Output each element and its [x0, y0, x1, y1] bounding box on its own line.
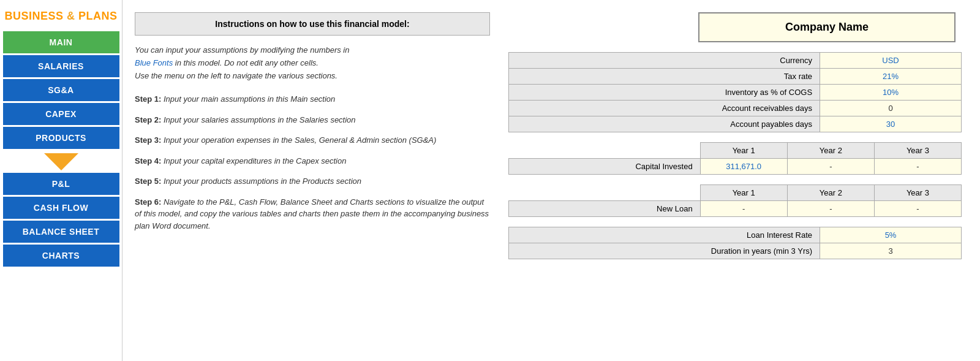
sidebar-item-capex[interactable]: CAPEX: [3, 103, 119, 125]
step-3-text: Input your operation expenses in the Sal…: [164, 135, 436, 145]
step-5-block: Step 5: Input your products assumptions …: [135, 175, 490, 188]
capital-invested-label: Capital Invested: [509, 159, 701, 175]
sidebar-item-charts[interactable]: CHARTS: [3, 245, 119, 267]
company-name-box[interactable]: Company Name: [698, 12, 956, 42]
ap-days-label: Account payables days: [509, 116, 820, 132]
step-3-label: Step 3:: [135, 135, 161, 145]
instructions-line3: Use the menu on the left to navigate the…: [135, 71, 337, 80]
new-loan-y1[interactable]: -: [700, 201, 787, 217]
loan-duration-label: Duration in years (min 3 Yrs): [509, 243, 820, 259]
sidebar-item-cashflow[interactable]: CASH FLOW: [3, 197, 119, 219]
step-3-block: Step 3: Input your operation expenses in…: [135, 134, 490, 146]
instructions-line1: You can input your assumptions by modify…: [135, 45, 349, 55]
step-4-block: Step 4: Input your capital expenditures …: [135, 155, 490, 167]
ar-days-value[interactable]: 0: [820, 101, 962, 116]
step-6-text: Navigate to the P&L, Cash Flow, Balance …: [135, 197, 489, 230]
settings-table: Currency USD Tax rate 21% Inventory as %…: [508, 52, 962, 132]
table-header-row: Year 1 Year 2 Year 3: [509, 143, 962, 159]
sidebar-item-pl[interactable]: P&L: [3, 173, 119, 195]
step-5-label: Step 5:: [135, 177, 161, 186]
capital-empty-header: [509, 143, 701, 159]
capital-invested-y1[interactable]: 311,671.0: [700, 159, 787, 175]
table-row: Tax rate 21%: [509, 69, 962, 85]
logo-text: BUSINESS & PLANS: [4, 10, 117, 22]
step-6-block: Step 6: Navigate to the P&L, Cash Flow, …: [135, 196, 490, 232]
capital-invested-y3[interactable]: -: [874, 159, 961, 175]
sidebar-item-balancesheet[interactable]: BALANCE SHEET: [3, 221, 119, 243]
logo-ampersand: &: [67, 10, 75, 22]
loan-year3-header: Year 3: [874, 185, 961, 201]
inventory-label: Inventory as % of COGS: [509, 85, 820, 101]
right-panel: Company Name Currency USD Tax rate 21% I…: [508, 12, 962, 349]
step-1-block: Step 1: Input your main assumptions in t…: [135, 93, 490, 105]
taxrate-value[interactable]: 21%: [820, 69, 962, 85]
table-row: Currency USD: [509, 53, 962, 69]
inventory-value[interactable]: 10%: [820, 85, 962, 101]
sidebar-item-sga[interactable]: SG&A: [3, 79, 119, 101]
table-row: Account receivables days 0: [509, 101, 962, 116]
step-2-text: Input your salaries assumptions in the S…: [164, 115, 356, 124]
table-row: Duration in years (min 3 Yrs) 3: [509, 243, 962, 259]
capital-invested-y2[interactable]: -: [787, 159, 874, 175]
loan-settings-table: Loan Interest Rate 5% Duration in years …: [508, 227, 962, 259]
table-row: Account payables days 30: [509, 116, 962, 132]
loan-table: Year 1 Year 2 Year 3 New Loan - - -: [508, 184, 962, 217]
table-row: Inventory as % of COGS 10%: [509, 85, 962, 101]
capital-year2-header: Year 2: [787, 143, 874, 159]
loan-year1-header: Year 1: [700, 185, 787, 201]
instructions-line2: in this model. Do not edit any other cel…: [173, 58, 318, 67]
main-content: Instructions on how to use this financia…: [123, 0, 980, 361]
instructions-panel: Instructions on how to use this financia…: [135, 12, 490, 349]
currency-value[interactable]: USD: [820, 53, 962, 69]
instructions-body: You can input your assumptions by modify…: [135, 44, 490, 82]
step-1-text: Input your main assumptions in this Main…: [164, 94, 335, 104]
sidebar-item-salaries[interactable]: SALARIES: [3, 55, 119, 77]
step-2-block: Step 2: Input your salaries assumptions …: [135, 114, 490, 126]
loan-duration-value[interactable]: 3: [820, 243, 962, 259]
loan-interest-label: Loan Interest Rate: [509, 227, 820, 243]
capital-year3-header: Year 3: [874, 143, 961, 159]
taxrate-label: Tax rate: [509, 69, 820, 85]
currency-label: Currency: [509, 53, 820, 69]
table-row: New Loan - - -: [509, 201, 962, 217]
step-6-label: Step 6:: [135, 197, 161, 207]
ar-days-label: Account receivables days: [509, 101, 820, 116]
new-loan-label: New Loan: [509, 201, 701, 217]
loan-empty-header: [509, 185, 701, 201]
step-5-text: Input your products assumptions in the P…: [164, 177, 361, 186]
step-1-label: Step 1:: [135, 94, 161, 104]
capital-year1-header: Year 1: [700, 143, 787, 159]
ap-days-value[interactable]: 30: [820, 116, 962, 132]
new-loan-y3[interactable]: -: [874, 201, 961, 217]
capital-table: Year 1 Year 2 Year 3 Capital Invested 31…: [508, 142, 962, 175]
sidebar: BUSINESS & PLANS MAIN SALARIES SG&A CAPE…: [0, 0, 123, 361]
loan-year2-header: Year 2: [787, 185, 874, 201]
products-arrow-icon: [44, 153, 78, 170]
sidebar-item-products[interactable]: PRODUCTS: [3, 127, 119, 149]
instructions-header: Instructions on how to use this financia…: [135, 12, 490, 36]
new-loan-y2[interactable]: -: [787, 201, 874, 217]
instructions-blue-fonts: Blue Fonts: [135, 58, 173, 67]
table-row: Loan Interest Rate 5%: [509, 227, 962, 243]
step-4-label: Step 4:: [135, 156, 161, 165]
logo: BUSINESS & PLANS: [4, 5, 117, 31]
loan-interest-value[interactable]: 5%: [820, 227, 962, 243]
table-header-row: Year 1 Year 2 Year 3: [509, 185, 962, 201]
table-row: Capital Invested 311,671.0 - -: [509, 159, 962, 175]
step-4-text: Input your capital expenditures in the C…: [164, 156, 346, 165]
step-2-label: Step 2:: [135, 115, 161, 124]
sidebar-item-main[interactable]: MAIN: [3, 31, 119, 53]
